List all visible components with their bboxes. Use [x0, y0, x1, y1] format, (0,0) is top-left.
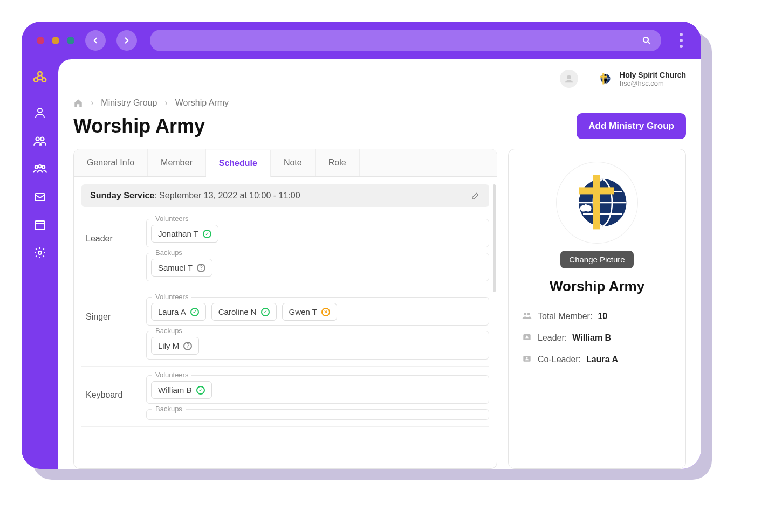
chevron-right-icon: ›	[164, 98, 167, 108]
user-avatar[interactable]	[560, 70, 578, 88]
role-row: Keyboard Volunteers William B ✓ Backups	[81, 367, 489, 427]
schedule-body: Sunday Service: September 13, 2022 at 10…	[74, 177, 497, 468]
app-logo-icon[interactable]	[32, 69, 48, 85]
backups-fieldset: Backups Lily M ?	[146, 331, 489, 360]
role-label: Leader	[81, 210, 146, 288]
right-panel: Change Picture Worship Army Total Member…	[508, 149, 686, 469]
browser-frame: Holy Spirit Church hsc@hsc.com › Ministr…	[22, 22, 701, 469]
sidebar-item-settings[interactable]	[33, 246, 47, 260]
close-window-dot[interactable]	[37, 37, 44, 44]
svg-point-9	[42, 165, 45, 168]
stat-leader: Leader: William B	[519, 327, 675, 349]
status-icon: ✕	[321, 308, 330, 316]
search-icon	[642, 36, 651, 45]
volunteer-name: Jonathan T	[158, 229, 198, 238]
groups-icon	[33, 161, 47, 176]
tab-note[interactable]: Note	[271, 149, 316, 176]
tab-member[interactable]: Member	[148, 149, 206, 176]
maximize-window-dot[interactable]	[67, 37, 74, 44]
volunteer-chip[interactable]: Lily M ?	[151, 337, 199, 355]
browser-back-button[interactable]	[85, 30, 106, 51]
org-name: Holy Spirit Church	[620, 71, 686, 79]
role-label: Singer	[81, 288, 146, 366]
fieldset-label: Backups	[152, 327, 186, 335]
address-bar[interactable]	[150, 30, 661, 51]
volunteer-chip[interactable]: Gwen T ✕	[282, 303, 337, 321]
breadcrumb-level2[interactable]: Worship Army	[175, 98, 229, 108]
volunteer-chip[interactable]: Caroline N ✓	[211, 303, 277, 321]
tab-role[interactable]: Role	[316, 149, 360, 176]
sidebar-item-people[interactable]	[33, 134, 47, 148]
tabs: General Info Member Schedule Note Role	[74, 149, 497, 177]
service-name: Sunday Service	[90, 191, 154, 200]
volunteer-name: Gwen T	[289, 307, 317, 316]
org-block[interactable]: Holy Spirit Church hsc@hsc.com	[596, 70, 686, 87]
role-label: Keyboard	[81, 367, 146, 426]
volunteer-name: Lily M	[158, 341, 179, 350]
role-body: Volunteers Laura A ✓ Caroline N ✓ Gwen T…	[146, 288, 489, 366]
stat-value: 10	[598, 312, 607, 321]
badge-icon	[522, 353, 532, 366]
group-name: Worship Army	[550, 278, 644, 295]
change-picture-button[interactable]: Change Picture	[560, 251, 633, 268]
person-icon	[33, 106, 46, 119]
scrollbar[interactable]	[493, 184, 496, 292]
browser-forward-button[interactable]	[116, 30, 137, 51]
page-title: Worship Army	[73, 115, 205, 137]
org-email: hsc@hsc.com	[620, 79, 686, 87]
status-icon: ✓	[261, 308, 270, 316]
role-row: Singer Volunteers Laura A ✓ Caroline N ✓…	[81, 288, 489, 367]
home-icon[interactable]	[73, 98, 83, 108]
svg-point-8	[38, 165, 41, 168]
left-panel: General Info Member Schedule Note Role S…	[73, 149, 497, 469]
mail-icon	[33, 190, 46, 203]
tab-general-info[interactable]: General Info	[74, 149, 148, 176]
add-ministry-group-button[interactable]: Add Ministry Group	[577, 113, 686, 139]
volunteer-chip[interactable]: Laura A ✓	[151, 303, 206, 321]
volunteer-name: Samuel T	[158, 263, 193, 272]
stat-value: William B	[572, 333, 611, 343]
sidebar	[22, 59, 58, 469]
sidebar-item-groups[interactable]	[33, 162, 47, 176]
volunteers-fieldset: Volunteers William B ✓	[146, 375, 489, 404]
sidebar-item-mail[interactable]	[33, 190, 47, 204]
browser-menu-button[interactable]	[676, 33, 686, 48]
breadcrumb-level1[interactable]: Ministry Group	[101, 98, 157, 108]
arrow-left-icon	[91, 36, 100, 45]
role-body: Volunteers William B ✓ Backups	[146, 367, 489, 426]
stat-coleader: Co-Leader: Laura A	[519, 349, 675, 370]
tab-schedule[interactable]: Schedule	[206, 150, 271, 177]
gear-icon	[33, 246, 46, 259]
breadcrumb: › Ministry Group › Worship Army	[73, 98, 686, 108]
fieldset-label: Backups	[152, 405, 186, 413]
sidebar-item-person[interactable]	[33, 106, 47, 120]
status-icon: ✓	[190, 308, 199, 316]
svg-rect-16	[600, 76, 607, 78]
minimize-window-dot[interactable]	[52, 37, 59, 44]
volunteer-chip[interactable]: Samuel T ?	[151, 259, 212, 277]
status-icon: ✓	[203, 230, 211, 238]
svg-point-6	[40, 137, 44, 141]
sidebar-item-calendar[interactable]	[33, 218, 47, 232]
service-header: Sunday Service: September 13, 2022 at 10…	[81, 184, 489, 207]
fieldset-label: Volunteers	[152, 215, 191, 223]
backups-fieldset: Backups Samuel T ?	[146, 253, 489, 281]
svg-rect-19	[579, 187, 614, 194]
backups-fieldset: Backups	[146, 409, 489, 420]
svg-point-20	[524, 313, 526, 315]
volunteer-chip[interactable]: William B ✓	[151, 381, 212, 399]
church-logo-icon	[562, 168, 632, 238]
svg-point-25	[526, 357, 527, 359]
arrow-right-icon	[122, 36, 132, 45]
svg-point-5	[36, 137, 39, 141]
edit-icon[interactable]	[471, 191, 481, 201]
service-time: September 13, 2022 at 10:00 - 11:00	[159, 191, 300, 200]
volunteer-name: Caroline N	[218, 307, 257, 316]
main: › Ministry Group › Worship Army Worship …	[58, 98, 701, 469]
group-logo	[557, 162, 637, 243]
volunteer-name: William B	[158, 385, 192, 395]
role-row: Leader Volunteers Jonathan T ✓ Backups S…	[81, 210, 489, 288]
volunteer-chip[interactable]: Jonathan T ✓	[151, 225, 218, 243]
svg-rect-15	[602, 73, 604, 85]
volunteer-name: Laura A	[158, 307, 186, 316]
